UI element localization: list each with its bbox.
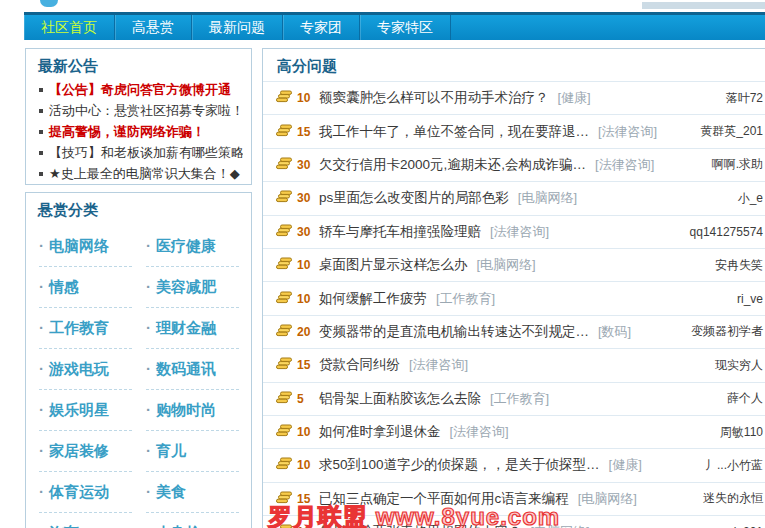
category-link[interactable]: 情感: [39, 267, 132, 308]
categories-grid: 电脑网络 医疗健康 情感 美容减肥 工作教育 理财金融 游戏电玩 数码通讯 娱乐…: [26, 223, 251, 528]
question-row[interactable]: 30 欠交行信用卡2000元,逾期未还,会构成诈骗… [法律咨询] 啊啊.求助: [263, 148, 765, 181]
question-points: 5: [297, 392, 316, 406]
announcement-link[interactable]: 提高警惕，谨防网络诈骗！: [39, 121, 243, 142]
coins-icon: [276, 189, 293, 207]
category-label: 大杂烩: [156, 524, 201, 528]
announcement-link[interactable]: ★史上最全的电脑常识大集合！◆: [39, 163, 243, 184]
category-label: 电脑网络: [49, 237, 109, 254]
question-row[interactable]: 10 求50到100道字少的侦探题，，是关于侦探型… [健康] 丿...小竹蓝: [263, 448, 765, 481]
question-title: 铝骨架上面粘胶该怎么去除: [319, 390, 481, 408]
category-label: 家居装修: [49, 442, 109, 459]
category-link[interactable]: 娱乐明星: [39, 390, 132, 431]
question-category-tag: [法律咨询]: [598, 123, 657, 141]
nav-item[interactable]: 专家团: [283, 15, 360, 40]
category-link[interactable]: 购物时尚: [146, 390, 239, 431]
nav-item[interactable]: 最新问题: [192, 15, 283, 40]
question-row[interactable]: 30 轿车与摩托车相撞强险理赔 [法律咨询] qq141275574: [263, 215, 765, 248]
announcement-text: 【公告】奇虎问答官方微博开通: [49, 82, 231, 97]
question-username[interactable]: 啊啊.求助: [712, 156, 765, 173]
category-link[interactable]: 工作教育: [39, 308, 132, 349]
question-username[interactable]: 落叶72: [726, 90, 765, 107]
question-row[interactable]: 10 额窦囊肿怎么样可以不用动手术治疗？ [健康] 落叶72: [263, 81, 765, 114]
question-username[interactable]: 黄群英_201: [700, 123, 765, 140]
category-link[interactable]: 大杂烩: [146, 513, 239, 528]
question-username[interactable]: 变频器初学者: [691, 323, 765, 340]
question-title: ps里面怎么改变图片的局部色彩: [319, 189, 509, 207]
logo-remnant: [40, 0, 58, 7]
question-category-tag: [电脑网络]: [578, 490, 637, 508]
question-points: 30: [297, 158, 316, 172]
category-label: 医疗健康: [156, 237, 216, 254]
question-username[interactable]: 小_e: [738, 190, 765, 207]
question-row[interactable]: 20 变频器带的是直流电机输出转速达不到规定… [数码] 变频器初学者: [263, 315, 765, 348]
nav-item[interactable]: 高悬赏: [115, 15, 192, 40]
announcement-link[interactable]: 【技巧】和老板谈加薪有哪些策略？: [39, 142, 243, 163]
category-link[interactable]: 数码通讯: [146, 349, 239, 390]
category-label: 数码通讯: [156, 360, 216, 377]
question-title: 如何准时拿到退休金: [319, 423, 441, 441]
question-row[interactable]: 15 我工作十年了，单位不签合同，现在要辞退… [法律咨询] 黄群英_201: [263, 114, 765, 147]
topright-strip: [642, 2, 765, 9]
question-title: 变频器带的是直流电机输出转速达不到规定…: [319, 323, 589, 341]
categories-panel: 悬赏分类 电脑网络 医疗健康 情感 美容减肥 工作教育 理财金融 游戏电玩 数码…: [25, 192, 252, 528]
nav-item-label: 专家特区: [377, 19, 433, 35]
category-link[interactable]: 美容减肥: [146, 267, 239, 308]
question-points: 10: [297, 258, 316, 272]
category-link[interactable]: 育儿: [146, 431, 239, 472]
nav-item-label: 专家团: [300, 19, 342, 35]
question-username[interactable]: qq141275574: [690, 225, 765, 239]
category-label: 育儿: [156, 442, 186, 459]
question-username[interactable]: ri_ve: [737, 292, 765, 306]
announcement-link[interactable]: 活动中心：悬赏社区招募专家啦！: [39, 100, 243, 121]
category-link[interactable]: 美食: [146, 472, 239, 513]
question-category-tag: [电脑网络]: [518, 189, 577, 207]
question-username[interactable]: 安冉失笑: [715, 257, 765, 274]
announcement-text: 提高警惕，谨防网络诈骗！: [49, 124, 205, 139]
question-username[interactable]: 迷失的永恒: [703, 490, 765, 507]
question-row[interactable]: 15 贷款合同纠纷 [法律咨询] 现实穷人: [263, 348, 765, 381]
category-link[interactable]: 游戏电玩: [39, 349, 132, 390]
question-row[interactable]: 10 如何准时拿到退休金 [法律咨询] 周敏110: [263, 415, 765, 448]
announcements-list: 【公告】奇虎问答官方微博开通 活动中心：悬赏社区招募专家啦！ 提高警惕，谨防网络…: [26, 79, 251, 184]
question-category-tag: [法律咨询]: [595, 156, 654, 174]
question-points: 15: [297, 358, 316, 372]
questions-list: 10 额窦囊肿怎么样可以不用动手术治疗？ [健康] 落叶72 15 我工作十年了…: [263, 81, 765, 528]
question-row[interactable]: 30 ps里面怎么改变图片的局部色彩 [电脑网络] 小_e: [263, 181, 765, 214]
question-title: 贷款合同纠纷: [319, 356, 400, 374]
category-link[interactable]: 理财金融: [146, 308, 239, 349]
coins-icon: [276, 456, 293, 474]
category-label: 工作教育: [49, 319, 109, 336]
question-username[interactable]: 丿...小竹蓝: [705, 457, 765, 474]
category-link[interactable]: 汽车: [39, 513, 132, 528]
category-label: 游戏电玩: [49, 360, 109, 377]
question-category-tag: [数码]: [598, 323, 631, 341]
question-username[interactable]: 薛个人: [727, 390, 765, 407]
announcements-title: 最新公告: [38, 57, 239, 76]
category-label: 购物时尚: [156, 401, 216, 418]
category-label: 情感: [49, 278, 79, 295]
coins-icon: [276, 356, 293, 374]
coins-icon: [276, 323, 293, 341]
question-row[interactable]: 5 铝骨架上面粘胶该怎么去除 [工作教育] 薛个人: [263, 382, 765, 415]
question-title: 额窦囊肿怎么样可以不用动手术治疗？: [319, 89, 549, 107]
question-row[interactable]: 10 如何缓解工作疲劳 [工作教育] ri_ve: [263, 281, 765, 314]
nav-item[interactable]: 社区首页: [24, 15, 115, 40]
coins-icon: [276, 390, 293, 408]
question-title: 我工作十年了，单位不签合同，现在要辞退…: [319, 123, 589, 141]
question-row[interactable]: 10 桌面图片显示这样怎么办 [电脑网络] 安冉失笑: [263, 248, 765, 281]
category-link[interactable]: 医疗健康: [146, 226, 239, 267]
category-link[interactable]: 家居装修: [39, 431, 132, 472]
category-link[interactable]: 电脑网络: [39, 226, 132, 267]
nav-item[interactable]: 专家特区: [360, 15, 451, 40]
coins-icon: [276, 290, 293, 308]
announcement-link[interactable]: 【公告】奇虎问答官方微博开通: [39, 79, 243, 100]
question-points: 30: [297, 225, 316, 239]
question-username[interactable]: 周敏110: [720, 424, 765, 441]
question-category-tag: [法律咨询]: [409, 356, 468, 374]
question-category-tag: [健康]: [558, 89, 591, 107]
watermark: 罗月联盟 www.8yue.com: [268, 501, 560, 528]
question-category-tag: [健康]: [609, 456, 642, 474]
category-link[interactable]: 体育运动: [39, 472, 132, 513]
coins-icon: [276, 156, 293, 174]
question-username[interactable]: 现实穷人: [715, 357, 765, 374]
